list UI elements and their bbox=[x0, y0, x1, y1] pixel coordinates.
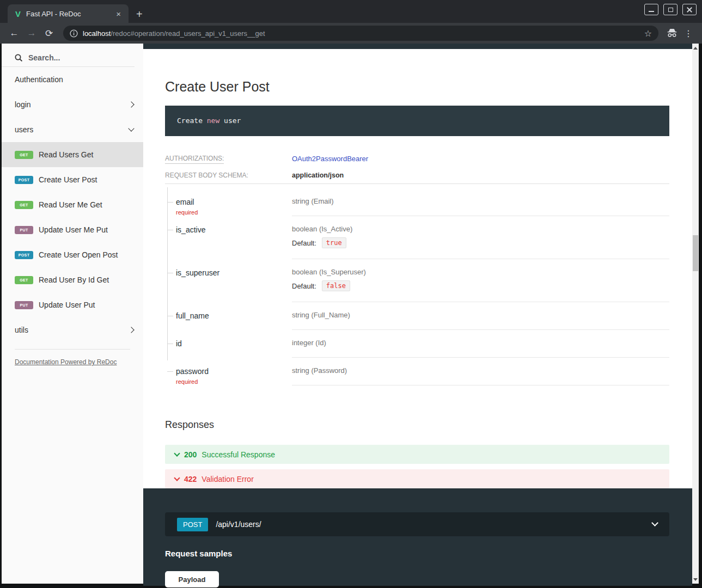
close-icon bbox=[687, 7, 692, 13]
field-name: id bbox=[176, 339, 182, 348]
authorizations-label: AUTHORIZATIONS: bbox=[165, 155, 292, 163]
schema-field-row: password required string (Password) bbox=[176, 358, 669, 385]
method-badge-put: PUT bbox=[15, 226, 33, 234]
response-label: Validation Error bbox=[202, 475, 253, 483]
field-name: is_superuser bbox=[176, 268, 219, 277]
url-text[interactable]: localhost/redoc#operation/read_users_api… bbox=[83, 29, 265, 38]
chevron-down-icon bbox=[651, 519, 658, 526]
oauth2-security-link[interactable]: OAuth2PasswordBearer bbox=[292, 155, 368, 163]
site-info-icon[interactable] bbox=[70, 29, 78, 38]
sidebar-item-create-user-open-post[interactable]: POST Create User Open Post bbox=[2, 242, 143, 267]
browser-menu-icon[interactable]: ⋮ bbox=[681, 28, 695, 39]
reload-button[interactable]: ⟳ bbox=[41, 28, 57, 39]
scrollbar-thumb[interactable] bbox=[693, 235, 698, 271]
request-samples-panel: POST /api/v1/users/ Request samples Payl… bbox=[143, 488, 692, 586]
method-badge-post: POST bbox=[15, 251, 33, 259]
method-badge-put: PUT bbox=[15, 301, 33, 309]
operation-title: Create User Post bbox=[165, 79, 669, 95]
sidebar-item-read-user-me-get[interactable]: GET Read User Me Get bbox=[2, 192, 143, 217]
sidebar-item-label: Update User Me Put bbox=[39, 225, 108, 234]
post-method-badge: POST bbox=[177, 518, 208, 531]
operation-description-code: Create new user bbox=[165, 106, 669, 136]
method-badge-post: POST bbox=[15, 176, 33, 184]
schema-field-row: id integer (Id) bbox=[176, 330, 669, 358]
doc-content: Create User Post Create new user AUTHORI… bbox=[143, 44, 692, 584]
schema-field-row: is_active boolean (Is_Active) Default: t… bbox=[176, 216, 669, 259]
search-input[interactable] bbox=[28, 53, 115, 62]
request-body-mime: application/json bbox=[292, 171, 344, 179]
field-type: integer (Id) bbox=[292, 339, 669, 347]
sidebar-item-update-user-put[interactable]: PUT Update User Put bbox=[2, 292, 143, 317]
field-default: Default: true bbox=[292, 237, 669, 248]
code-text: Create bbox=[177, 117, 207, 125]
sidebar-item-create-user-post[interactable]: POST Create User Post bbox=[2, 167, 143, 192]
sidebar-item-users[interactable]: users bbox=[2, 117, 143, 142]
default-value: true bbox=[322, 237, 346, 248]
sidebar-item-update-user-me-put[interactable]: PUT Update User Me Put bbox=[2, 217, 143, 242]
site-favicon-icon: V bbox=[15, 9, 21, 19]
back-button[interactable]: ← bbox=[7, 28, 22, 39]
sidebar-search[interactable] bbox=[2, 49, 135, 67]
close-button[interactable] bbox=[682, 4, 697, 15]
default-label: Default: bbox=[292, 239, 316, 247]
triangle-down-icon bbox=[693, 578, 698, 581]
field-type: string (Password) bbox=[292, 366, 669, 375]
sidebar-item-authentication[interactable]: Authentication bbox=[2, 67, 143, 92]
request-samples-title: Request samples bbox=[165, 549, 669, 558]
scrollbar-up-arrow[interactable] bbox=[692, 45, 699, 51]
window-frame-right bbox=[699, 44, 702, 584]
redoc-attribution-link[interactable]: Documentation Powered by ReDoc bbox=[15, 358, 117, 366]
field-required-flag: required bbox=[176, 378, 292, 385]
field-name: is_active bbox=[176, 225, 205, 234]
sidebar-item-login[interactable]: login bbox=[2, 92, 143, 117]
sidebar-item-label: Read User By Id Get bbox=[39, 275, 109, 284]
browser-titlebar: V Fast API - ReDoc × + bbox=[0, 0, 702, 23]
schema-field-row: email required string (Email) bbox=[176, 184, 669, 216]
chevron-right-icon bbox=[128, 327, 134, 333]
endpoint-dropdown[interactable]: POST /api/v1/users/ bbox=[165, 512, 669, 536]
field-name: full_name bbox=[176, 311, 209, 320]
sidebar-item-label: users bbox=[15, 125, 33, 134]
sidebar-item-label: Update User Put bbox=[39, 301, 95, 309]
bookmark-star-icon[interactable]: ☆ bbox=[644, 28, 652, 39]
field-required-flag: required bbox=[176, 209, 292, 216]
forward-button[interactable]: → bbox=[24, 28, 39, 39]
sidebar-item-utils[interactable]: utils bbox=[2, 317, 143, 342]
browser-tab[interactable]: V Fast API - ReDoc × bbox=[8, 4, 129, 23]
new-tab-button[interactable]: + bbox=[136, 9, 143, 20]
field-name: password bbox=[176, 367, 209, 376]
maximize-button[interactable] bbox=[663, 4, 677, 15]
sidebar-item-read-users-get[interactable]: GET Read Users Get bbox=[2, 142, 143, 167]
field-type: boolean (Is_Superuser) bbox=[292, 268, 669, 276]
window-controls bbox=[644, 4, 697, 15]
payload-tab[interactable]: Payload bbox=[165, 571, 219, 587]
scrollbar-down-arrow[interactable] bbox=[692, 576, 699, 583]
url-path: /redoc#operation/read_users_api_v1_users… bbox=[111, 29, 265, 38]
chevron-down-icon bbox=[174, 475, 180, 481]
field-type: boolean (Is_Active) bbox=[292, 225, 669, 233]
code-highlight: new bbox=[207, 117, 219, 125]
sidebar-item-label: Authentication bbox=[15, 75, 63, 84]
response-422-panel[interactable]: 422 Validation Error bbox=[165, 469, 669, 488]
search-icon bbox=[15, 54, 23, 62]
sidebar-item-read-user-by-id-get[interactable]: GET Read User By Id Get bbox=[2, 267, 143, 292]
endpoint-path: /api/v1/users/ bbox=[216, 520, 261, 529]
triangle-up-icon bbox=[693, 47, 698, 50]
response-label: Successful Response bbox=[202, 450, 275, 459]
address-bar[interactable]: localhost/redoc#operation/read_users_api… bbox=[63, 26, 658, 41]
default-label: Default: bbox=[292, 282, 316, 290]
schema-field-row: is_superuser boolean (Is_Superuser) Defa… bbox=[176, 259, 669, 302]
response-200-panel[interactable]: 200 Successful Response bbox=[165, 445, 669, 464]
method-badge-get: GET bbox=[15, 151, 33, 159]
method-badge-get: GET bbox=[15, 276, 33, 284]
sidebar-item-label: utils bbox=[15, 326, 28, 334]
url-host: localhost bbox=[83, 29, 111, 38]
request-body-schema-table: email required string (Email) is_active … bbox=[165, 184, 669, 385]
page-scrollbar[interactable] bbox=[692, 44, 699, 584]
minimize-button[interactable] bbox=[644, 4, 658, 15]
tab-close-icon[interactable]: × bbox=[114, 9, 123, 19]
sidebar-item-label: Read Users Get bbox=[39, 150, 93, 159]
sidebar-item-label: login bbox=[15, 100, 31, 109]
maximize-icon bbox=[668, 8, 673, 12]
code-text: user bbox=[219, 117, 241, 125]
